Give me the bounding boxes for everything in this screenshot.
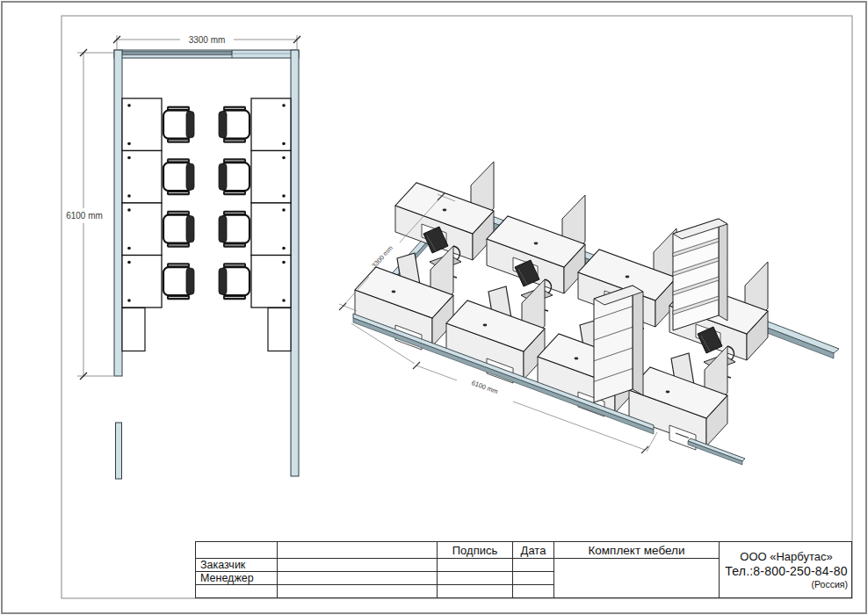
- date-header: Дата: [513, 542, 554, 559]
- plan-height-label: 6100 mm: [66, 211, 103, 221]
- title-block-cell: [278, 542, 438, 559]
- iso-bookcase: [673, 219, 727, 330]
- office-chair-icon: [219, 263, 250, 300]
- plan-left-wall: [114, 50, 122, 376]
- office-chair-icon: [219, 106, 250, 143]
- plan-desk: [122, 203, 162, 256]
- drawing-sheet: 3300 mm 6100 mm: [0, 0, 868, 615]
- plan-desk: [122, 151, 162, 204]
- signature-header: Подпись: [438, 542, 513, 559]
- plan-desk: [251, 203, 291, 256]
- drawing-canvas: 3300 mm 6100 mm: [0, 0, 868, 615]
- title-block-cell: [278, 585, 438, 597]
- floor-plan-view: 3300 mm 6100 mm: [66, 35, 300, 480]
- set-value-cell: [554, 559, 720, 597]
- company-phone: Тел.:8-800-250-84-80: [720, 564, 853, 578]
- plan-right-wall: [291, 50, 299, 476]
- set-title: Комплект мебели: [554, 542, 720, 559]
- iso-door-side-wall-edge: [688, 441, 742, 465]
- plan-window: [119, 52, 232, 55]
- office-chair-icon: [219, 211, 250, 248]
- title-block-cell: [513, 585, 554, 597]
- date-cell: [513, 572, 554, 585]
- iso-view: 3300 mm 6100 mm: [339, 162, 839, 465]
- title-block-cell: [196, 585, 278, 597]
- plan-desk: [122, 98, 162, 151]
- manager-label: Менеджер: [196, 572, 278, 585]
- customer-label: Заказчик: [196, 559, 278, 572]
- office-chair-icon: [163, 158, 194, 195]
- plan-desk: [251, 98, 291, 151]
- company-country: (Россия): [720, 579, 853, 590]
- customer-value-cell: [278, 559, 438, 572]
- manager-value-cell: [278, 572, 438, 585]
- plan-desk: [251, 151, 291, 204]
- plan-desk: [251, 256, 291, 308]
- plan-width-label: 3300 mm: [189, 35, 226, 45]
- signature-cell: [438, 559, 513, 572]
- company-cell: ООО «Нарбутас» Тел.:8-800-250-84-80 (Рос…: [720, 542, 853, 597]
- title-block: Заказчик Менеджер Подпись Дата Комплект …: [195, 541, 852, 598]
- office-chair-icon: [219, 158, 250, 195]
- iso-length-label: 6100 mm: [471, 379, 499, 395]
- signature-cell: [438, 572, 513, 585]
- date-cell: [513, 559, 554, 572]
- iso-drawer-cabinet: [594, 286, 643, 402]
- office-chair-icon: [163, 106, 194, 143]
- title-block-cell: [438, 585, 513, 597]
- title-block-cell: [196, 542, 278, 559]
- iso-width-label: 3300 mm: [370, 244, 394, 270]
- office-chair-icon: [163, 263, 194, 300]
- company-name: ООО «Нарбутас»: [720, 550, 853, 563]
- office-chair-icon: [163, 211, 194, 248]
- plan-desk: [122, 256, 162, 308]
- plan-door-side-wall: [116, 423, 122, 479]
- plan-cabinet: [268, 308, 291, 351]
- iso-door-side-wall: [688, 438, 745, 461]
- plan-cabinet: [122, 308, 145, 351]
